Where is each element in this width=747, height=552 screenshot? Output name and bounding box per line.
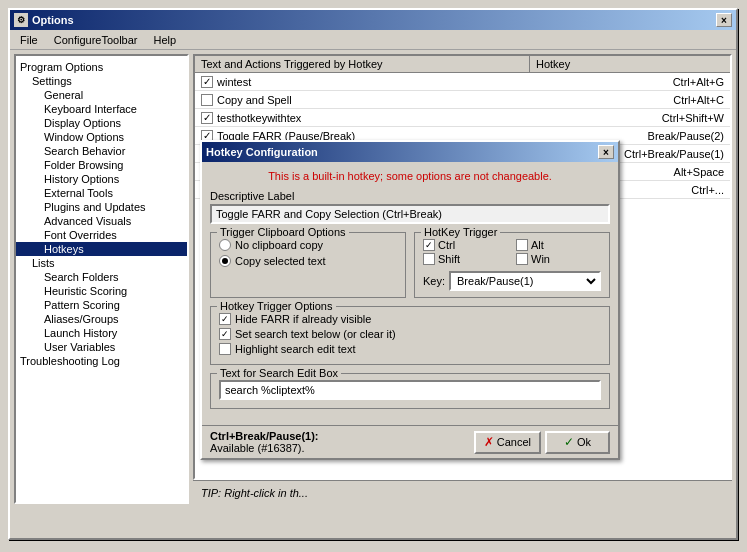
search-edit-box-section: Text for Search Edit Box: [210, 373, 610, 409]
hide-farr-label: Hide FARR if already visible: [235, 313, 371, 325]
hk-shift: Shift: [423, 253, 508, 265]
hide-farr-checkbox[interactable]: [219, 313, 231, 325]
search-edit-box-title: Text for Search Edit Box: [217, 367, 341, 379]
highlight-search-label: Highlight search edit text: [235, 343, 355, 355]
dialog-close-button[interactable]: ×: [598, 145, 614, 159]
radio-copy-selected-btn[interactable]: [219, 255, 231, 267]
hk-win: Win: [516, 253, 601, 265]
footer-info: Ctrl+Break/Pause(1): Available (#16387).: [210, 430, 470, 454]
hto-hide-farr[interactable]: Hide FARR if already visible: [219, 313, 601, 325]
dialog-body: This is a built-in hotkey; some options …: [202, 162, 618, 425]
hto-set-search-text[interactable]: Set search text below (or clear it): [219, 328, 601, 340]
clipboard-radio-group: No clipboard copy Copy selected text: [219, 239, 397, 267]
win-checkbox[interactable]: [516, 253, 528, 265]
hotkey-trigger-options-group: Hotkey Trigger Options Hide FARR if alre…: [210, 306, 610, 365]
radio-no-copy-btn[interactable]: [219, 239, 231, 251]
radio-copy-selected-label: Copy selected text: [235, 255, 326, 267]
shift-checkbox[interactable]: [423, 253, 435, 265]
ctrl-checkbox[interactable]: [423, 239, 435, 251]
key-select[interactable]: Break/Pause(1): [449, 271, 601, 291]
ok-icon: ✓: [564, 435, 574, 449]
win-label: Win: [531, 253, 550, 265]
hotkey-config-dialog: Hotkey Configuration × This is a built-i…: [200, 140, 620, 460]
hotkey-trigger-group: HotKey Trigger Ctrl Alt Shift: [414, 232, 610, 298]
hotkey-trigger-options-title: Hotkey Trigger Options: [217, 300, 336, 312]
footer-line1: Ctrl+Break/Pause(1):: [210, 430, 319, 442]
dialog-overlay: Hotkey Configuration × This is a built-i…: [0, 0, 747, 552]
shift-label: Shift: [438, 253, 460, 265]
radio-no-copy[interactable]: No clipboard copy: [219, 239, 397, 251]
cancel-button[interactable]: ✗ Cancel: [474, 431, 541, 454]
hto-highlight-search[interactable]: Highlight search edit text: [219, 343, 601, 355]
cancel-icon: ✗: [484, 435, 494, 449]
warning-text: This is a built-in hotkey; some options …: [210, 170, 610, 182]
alt-checkbox[interactable]: [516, 239, 528, 251]
dialog-footer: Ctrl+Break/Pause(1): Available (#16387).…: [202, 425, 618, 458]
hotkey-trigger-title: HotKey Trigger: [421, 226, 500, 238]
ok-label: Ok: [577, 436, 591, 448]
highlight-search-checkbox[interactable]: [219, 343, 231, 355]
key-label: Key:: [423, 275, 445, 287]
radio-no-copy-label: No clipboard copy: [235, 239, 323, 251]
alt-label: Alt: [531, 239, 544, 251]
set-search-text-label: Set search text below (or clear it): [235, 328, 396, 340]
descriptive-label: Descriptive Label: [210, 190, 610, 202]
dialog-title-text: Hotkey Configuration: [206, 146, 598, 158]
hotkey-trigger-checkboxes: Ctrl Alt Shift Win: [423, 239, 601, 265]
search-edit-input[interactable]: [219, 380, 601, 400]
radio-copy-selected[interactable]: Copy selected text: [219, 255, 397, 267]
hk-ctrl: Ctrl: [423, 239, 508, 251]
cancel-label: Cancel: [497, 436, 531, 448]
ok-button[interactable]: ✓ Ok: [545, 431, 610, 454]
ctrl-label: Ctrl: [438, 239, 455, 251]
footer-line2: Available (#16387).: [210, 442, 305, 454]
dialog-middle-row: Trigger Clipboard Options No clipboard c…: [210, 232, 610, 298]
hk-alt: Alt: [516, 239, 601, 251]
hk-key-row: Key: Break/Pause(1): [423, 271, 601, 291]
set-search-text-checkbox[interactable]: [219, 328, 231, 340]
descriptive-input[interactable]: [210, 204, 610, 224]
dialog-title-bar: Hotkey Configuration ×: [202, 142, 618, 162]
clipboard-options-title: Trigger Clipboard Options: [217, 226, 349, 238]
clipboard-options-group: Trigger Clipboard Options No clipboard c…: [210, 232, 406, 298]
